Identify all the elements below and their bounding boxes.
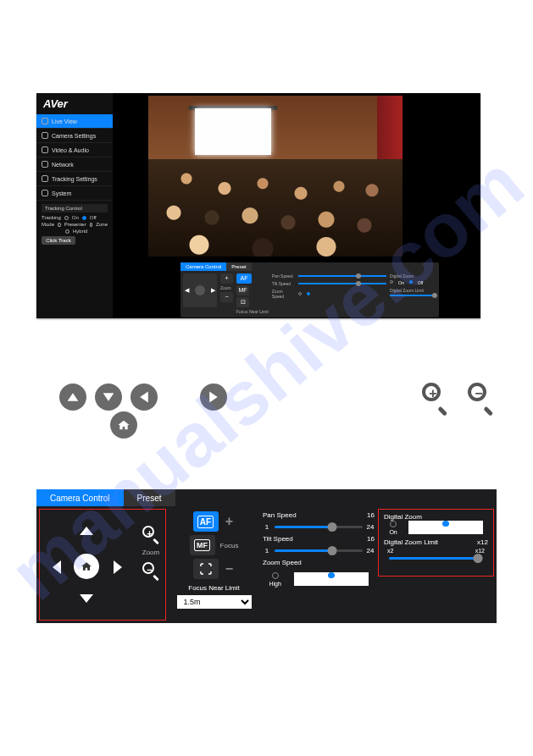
zoom-in-button[interactable]: + (420, 381, 449, 410)
nav-tracking-settings[interactable]: Tracking Settings (36, 172, 113, 186)
pan-speed-slider[interactable] (275, 526, 363, 528)
pan-down-button[interactable] (95, 384, 122, 411)
zoom-high-radio[interactable] (298, 292, 302, 295)
mode-label: Mode (42, 222, 54, 227)
off-label: Off (441, 528, 449, 534)
nav-label: Live View (52, 119, 77, 124)
zoom-out-button[interactable]: − (466, 381, 495, 410)
mini-mf-button[interactable]: MF (236, 285, 249, 295)
high-label: High (269, 581, 280, 587)
dz-min: x2 (387, 548, 393, 554)
dzl-slider[interactable] (390, 295, 436, 296)
digital-zoom-off-radio[interactable]: Off (408, 521, 483, 534)
mode-zone-radio[interactable] (90, 223, 93, 227)
focus-plus-button[interactable]: + (224, 514, 236, 529)
tab-camera-control[interactable]: Camera Control (180, 262, 226, 271)
tracking-off-radio[interactable] (82, 216, 86, 220)
zoom-label: Zoom Speed (272, 289, 296, 299)
pan-max: 24 (366, 523, 375, 531)
nav-video-audio[interactable]: Video & Audio (36, 143, 113, 157)
dz-off-radio[interactable] (409, 280, 413, 284)
zoom-label: Zoom (142, 549, 159, 556)
nav-live-view[interactable]: Live View (36, 114, 113, 129)
home-button[interactable] (110, 411, 137, 439)
zoom-low-radio[interactable] (307, 292, 310, 295)
manual-focus-button[interactable]: MF (190, 535, 215, 555)
ptz-dpad-group: + Zoom − (39, 509, 166, 621)
home-icon[interactable] (195, 285, 205, 295)
focus-group: AF + MF Focus − Focus Near Limit 1.5m (169, 506, 259, 623)
tracking-on-radio[interactable] (64, 216, 69, 220)
mini-zoom-in[interactable]: + (220, 273, 233, 284)
zoom-speed-high-radio[interactable]: High (269, 572, 280, 587)
mini-control-bar: Camera Control Preset ◀ ▶ + Zoom − AF MF… (180, 262, 439, 317)
click-track-button[interactable]: Click Track (42, 236, 75, 245)
left-arrow-icon[interactable]: ◀ (185, 287, 189, 294)
tilt-down-button[interactable] (78, 590, 95, 607)
mini-onepush-button[interactable]: ⊡ (236, 297, 249, 307)
focus-near-label: Focus Near Limit (236, 309, 269, 314)
pan-speed-value: 16 (367, 511, 375, 519)
dz-on-radio[interactable] (390, 280, 393, 284)
right-arrow-icon[interactable]: ▶ (211, 287, 215, 294)
digital-zoom-group: Digital Zoom On Off Digital Zoom Limitx1… (378, 509, 494, 577)
zoom-out-button[interactable]: − (142, 561, 160, 580)
nav-label: System (52, 190, 71, 196)
dz-label: Digital Zoom (390, 273, 436, 279)
on-label: On (389, 529, 397, 535)
tilt-slider[interactable] (298, 283, 386, 284)
camera-icon (42, 132, 48, 139)
pan-left-button[interactable] (48, 559, 65, 576)
nav-network[interactable]: Network (36, 157, 113, 172)
digital-zoom-limit-slider[interactable] (389, 557, 483, 560)
digital-zoom-on-radio[interactable]: On (389, 521, 397, 535)
on-label: On (72, 215, 79, 220)
nav-camera-settings[interactable]: Camera Settings (36, 129, 113, 143)
autofocus-button[interactable]: AF (193, 511, 219, 532)
pan-up-button[interactable] (59, 384, 86, 411)
focus-near-limit-select[interactable]: 1.5m (177, 595, 252, 609)
pan-slider[interactable] (298, 275, 386, 277)
zoom-label: Zoom (220, 285, 233, 290)
zoom-in-button[interactable]: + (142, 525, 160, 544)
mini-af-button[interactable]: AF (236, 273, 252, 284)
focus-minus-button[interactable]: − (224, 561, 236, 577)
pan-right-button[interactable] (109, 559, 126, 576)
tilt-speed-slider[interactable] (275, 549, 363, 552)
presenter-label: Presenter (64, 222, 86, 227)
tracking-header: Tracking Control (42, 204, 108, 212)
pan-label: Pan Speed (272, 273, 296, 279)
mode-presenter-radio[interactable] (58, 223, 61, 227)
one-push-focus-button[interactable] (193, 559, 219, 579)
digital-zoom-limit-label: Digital Zoom Limit (384, 538, 438, 546)
home-button[interactable] (74, 554, 99, 579)
nav-label: Network (52, 162, 74, 168)
zoom-speed-label: Zoom Speed (263, 559, 302, 566)
focus-label: Focus (220, 542, 239, 549)
system-icon (42, 190, 48, 196)
low-label: Low (325, 580, 336, 586)
tilt-up-button[interactable] (78, 522, 95, 539)
dz-max: x12 (475, 548, 485, 554)
live-icon (42, 118, 48, 124)
zoom-speed-low-radio[interactable]: Low (294, 572, 369, 586)
speed-group: Pan Speed16 124 Tilt Speed16 124 Zoom Sp… (259, 506, 378, 623)
mf-label: MF (194, 539, 210, 551)
mode-hybrid-radio[interactable] (65, 229, 69, 234)
nav-label: Tracking Settings (52, 176, 97, 182)
tab-camera-control[interactable]: Camera Control (36, 489, 124, 506)
nav-system[interactable]: System (36, 186, 113, 201)
camera-control-panel: Camera Control Preset + Zoom − (36, 489, 497, 623)
focus-near-limit-label: Focus Near Limit (188, 584, 239, 592)
tab-preset[interactable]: Preset (226, 262, 251, 271)
tilt-speed-value: 16 (367, 535, 375, 543)
zone-label: Zone (96, 222, 108, 227)
tab-preset[interactable]: Preset (124, 489, 175, 506)
off-label: Off (418, 280, 424, 285)
pan-right-button[interactable] (200, 384, 227, 411)
mini-dpad[interactable]: ◀ ▶ (183, 273, 217, 307)
mini-zoom-out[interactable]: − (220, 292, 233, 302)
dzl-label: Digital Zoom Limit (390, 288, 436, 293)
tilt-label: Tilt Speed (272, 281, 296, 286)
pan-left-button[interactable] (130, 384, 158, 411)
